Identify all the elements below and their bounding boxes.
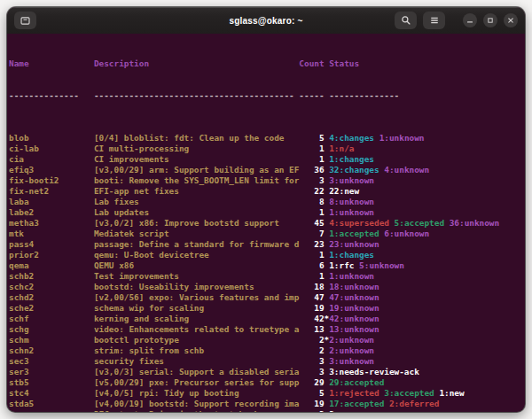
app-window-icon	[20, 15, 31, 27]
close-button[interactable]	[504, 13, 518, 27]
series-description: Lab updates	[94, 207, 299, 218]
table-row: labaLab fixes88:unknown	[9, 197, 525, 207]
series-name: ser3	[9, 367, 94, 377]
series-name: schg	[9, 324, 94, 335]
series-count: 19	[299, 303, 324, 314]
status-badge: 1:changes	[329, 250, 374, 260]
series-count: 13	[299, 324, 324, 335]
menu-button[interactable]	[423, 12, 445, 29]
search-button[interactable]	[395, 12, 417, 29]
series-name: blob	[9, 133, 94, 144]
series-count: 1	[299, 207, 324, 218]
series-statuses: 1:rfc 5:unknown	[329, 260, 404, 271]
table-row: schn2strim: split from schb22:unknown	[9, 345, 525, 356]
series-name: mtk	[9, 229, 94, 239]
series-description: [v5,00/29] pxe: Precursor series for sup…	[94, 377, 299, 388]
series-name: ci-lab	[9, 144, 94, 154]
status-badge: 1:unknown	[329, 207, 374, 217]
table-row: labe2Lab updates11:unknown	[9, 207, 525, 218]
status-badge: 5:unknown	[359, 260, 404, 270]
series-name: schf	[9, 314, 94, 324]
menu-icon	[429, 15, 440, 26]
series-statuses: 2:unknown	[329, 335, 374, 345]
series-name: cia	[9, 154, 94, 165]
status-badge: 3:unknown	[329, 175, 374, 185]
status-badge: 19:unknown	[329, 303, 379, 313]
series-description: EFI-app net fixes	[94, 186, 299, 197]
separator-count: -----	[299, 90, 324, 101]
table-row: ci-labCI multi-processing11:n/a	[9, 144, 525, 154]
status-badge: 22:new	[329, 186, 359, 196]
series-name: laba	[9, 197, 94, 207]
status-badge: 47:unknown	[329, 292, 379, 302]
series-description: [0/4] bloblist: fdt: Clean up the code	[94, 133, 299, 144]
series-description: RFC: test: Bring in the test hooks	[94, 409, 299, 412]
table-row: schc2bootstd: Useability improvements181…	[9, 282, 525, 292]
table-row: fix-booti2booti: Remove the SYS_BOOTM_LE…	[9, 175, 525, 186]
series-name: schb2	[9, 271, 94, 282]
table-row: pass4passage: Define a standard for firm…	[9, 239, 525, 250]
series-name: metha3	[9, 218, 94, 229]
series-count: 42	[299, 314, 324, 324]
series-description: kerning and scaling	[94, 314, 299, 324]
series-count: 47	[299, 292, 324, 303]
series-description: [v4,0/5] rpi: Tidy up booting	[94, 388, 299, 399]
status-badge: 1:new	[439, 388, 464, 398]
status-badge: 2:unknown	[329, 345, 374, 355]
series-statuses: 1:accepted 6:unknown	[329, 229, 429, 239]
terminal-screen[interactable]: Name Description Count Status ----------…	[7, 34, 525, 412]
app-button[interactable]	[14, 12, 36, 29]
table-row: efiq3[v3,00/29] arm: Support building as…	[9, 165, 525, 175]
table-row: schmbootctl prototype2*2:unknown	[9, 335, 525, 345]
column-header-description: Description	[94, 58, 299, 69]
series-statuses: 3:new	[329, 409, 354, 412]
table-row: metha3[v3,0/2] x86: Improve bootstd supp…	[9, 218, 525, 229]
series-description: passage: Define a standard for firmware …	[94, 239, 299, 250]
series-description: schema wip for scaling	[94, 303, 299, 314]
status-badge: 32:changes	[329, 165, 379, 175]
table-row: stb5[v5,00/29] pxe: Precursor series for…	[9, 377, 525, 388]
table-row: schd2[v2,00/56] expo: Various features a…	[9, 292, 525, 303]
series-count: 2	[299, 335, 324, 345]
series-name: fix-booti2	[9, 175, 94, 186]
table-row: blob[0/4] bloblist: fdt: Clean up the co…	[9, 133, 525, 144]
series-count: 22	[299, 186, 324, 197]
series-statuses: 42:unknown	[329, 314, 379, 324]
maximize-button[interactable]	[483, 13, 497, 27]
series-count: 5	[299, 133, 324, 144]
status-badge: 4:changes	[329, 133, 374, 143]
series-count: 1	[299, 154, 324, 165]
series-count: 5	[299, 388, 324, 399]
status-badge: 4:unknown	[384, 165, 429, 175]
series-statuses: 3:unknown	[329, 356, 374, 367]
status-badge: 1:unknown	[379, 133, 425, 143]
series-description: Test improvements	[94, 271, 299, 282]
series-count: 3	[299, 367, 324, 377]
series-count: 19	[299, 399, 324, 409]
series-description: [v3,0/3] serial: Support a disabled seri…	[94, 367, 299, 377]
table-row: schfkerning and scaling42*42:unknown	[9, 314, 525, 324]
table-row: stc4[v4,0/5] rpi: Tidy up booting51:reje…	[9, 388, 525, 399]
series-statuses: 3:needs-review-ack	[329, 367, 419, 377]
series-count: 3	[299, 409, 324, 412]
series-statuses: 13:unknown	[329, 324, 379, 335]
minimize-button[interactable]	[463, 13, 477, 27]
series-count: 8	[299, 197, 324, 207]
series-count: 36	[299, 165, 324, 175]
series-count: 18	[299, 282, 324, 292]
series-description: [v2,00/56] expo: Various features and im…	[94, 292, 299, 303]
series-statuses: 1:unknown	[329, 271, 374, 282]
series-count: 7	[299, 229, 324, 239]
status-badge: 13:unknown	[329, 324, 379, 334]
status-badge: 8:unknown	[329, 197, 374, 206]
table-row: sec3security fixes33:unknown	[9, 356, 525, 367]
status-badge: 1:n/a	[329, 144, 354, 153]
table-row: ser3[v3,0/3] serial: Support a disabled …	[9, 367, 525, 377]
series-statuses: 22:new	[329, 186, 359, 197]
series-statuses: 19:unknown	[329, 303, 379, 314]
table-row: stda5[v4,00/19] bootstd: Support recordi…	[9, 399, 525, 409]
series-name: schc2	[9, 282, 94, 292]
series-description: QEMU x86	[94, 260, 299, 271]
titlebar[interactable]: sglass@okaro: ~	[7, 7, 525, 34]
series-description: qemu: U-Boot devicetree	[94, 250, 299, 260]
